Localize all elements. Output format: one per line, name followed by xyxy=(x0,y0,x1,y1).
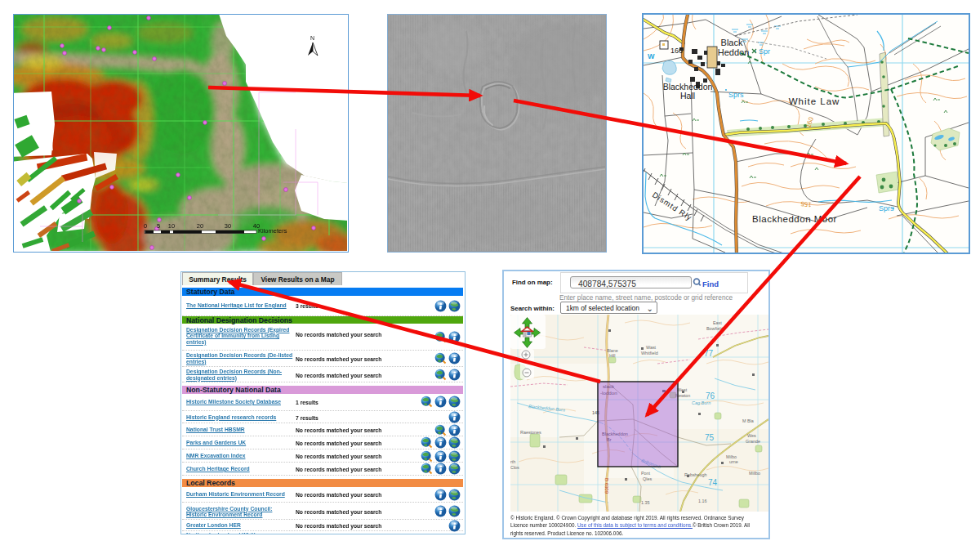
svg-text:155: 155 xyxy=(800,199,812,208)
svg-text:urne: urne xyxy=(729,459,738,464)
svg-text:Cag Burn: Cag Burn xyxy=(692,400,710,405)
svg-text:Millbo: Millbo xyxy=(749,471,760,476)
svg-text:Wes: Wes xyxy=(747,433,756,438)
svg-text:20: 20 xyxy=(197,222,203,230)
svg-text:B 6309: B 6309 xyxy=(604,478,609,494)
svg-text:10: 10 xyxy=(168,222,175,230)
svg-text:N: N xyxy=(310,35,314,41)
svg-text:East: East xyxy=(713,320,722,325)
svg-text:77: 77 xyxy=(704,349,714,358)
svg-text:Kilometers: Kilometers xyxy=(258,227,287,235)
svg-text:5: 5 xyxy=(157,222,160,230)
svg-text:Hall: Hall xyxy=(680,91,695,101)
svg-text:rth: rth xyxy=(510,459,515,464)
svg-text:75: 75 xyxy=(705,433,715,442)
svg-text:166: 166 xyxy=(670,47,683,55)
svg-text:Sprs: Sprs xyxy=(728,91,744,99)
svg-text:West: West xyxy=(677,387,688,392)
svg-text:0: 0 xyxy=(144,222,147,230)
svg-text:76: 76 xyxy=(706,391,715,400)
svg-text:M Bla: M Bla xyxy=(742,418,754,423)
svg-text:Whitfield: Whitfield xyxy=(641,351,658,355)
svg-text:Bowfield: Bowfield xyxy=(706,326,723,331)
svg-text:White Law: White Law xyxy=(789,96,840,106)
svg-text:1.16: 1.16 xyxy=(698,499,707,503)
svg-text:Black: Black xyxy=(721,38,743,47)
svg-text:Blackheddon Moor: Blackheddon Moor xyxy=(752,214,837,224)
svg-text:30: 30 xyxy=(225,222,231,230)
svg-text:Spr: Spr xyxy=(759,47,770,56)
svg-text:Sprs: Sprs xyxy=(879,204,894,212)
svg-text:Grande: Grande xyxy=(746,439,760,444)
svg-text:Wast: Wast xyxy=(646,345,657,350)
svg-text:1.35: 1.35 xyxy=(641,500,650,505)
svg-text:Pont: Pont xyxy=(641,471,651,476)
svg-text:Robsheugh: Robsheugh xyxy=(684,472,707,477)
svg-text:Heddon: Heddon xyxy=(718,47,750,57)
svg-text:Qles: Qles xyxy=(643,476,652,481)
svg-text:Find: Find xyxy=(702,279,719,288)
svg-text:W: W xyxy=(648,52,655,60)
svg-text:74: 74 xyxy=(708,478,718,487)
svg-text:Raestones: Raestones xyxy=(520,430,541,435)
svg-text:Hill: Hill xyxy=(609,353,616,358)
svg-text:Clos: Clos xyxy=(510,465,519,470)
